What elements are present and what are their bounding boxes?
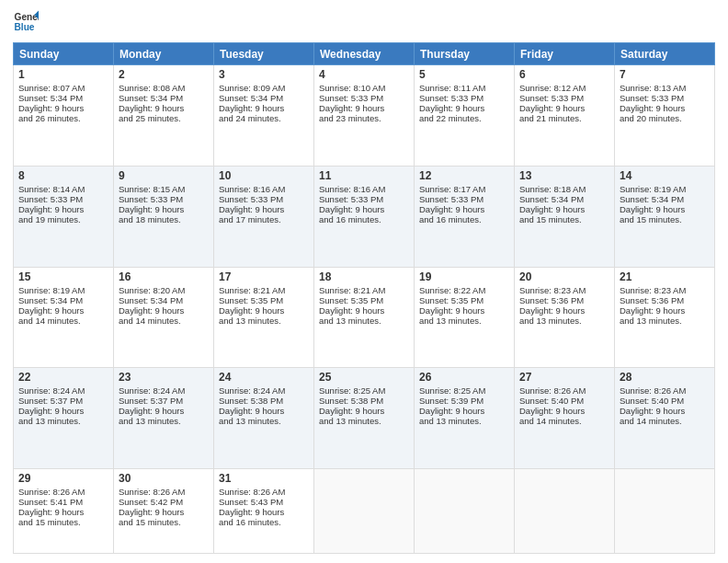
- day-info: Sunrise: 8:09 AM: [219, 83, 309, 93]
- day-info: Sunset: 5:34 PM: [119, 93, 209, 103]
- day-info: Sunset: 5:34 PM: [18, 295, 108, 305]
- day-info: Daylight: 9 hours: [620, 305, 710, 316]
- day-info: Daylight: 9 hours: [519, 204, 609, 214]
- day-info: Sunrise: 8:16 AM: [319, 184, 409, 194]
- day-info: Daylight: 9 hours: [419, 305, 509, 316]
- calendar-cell: 13Sunrise: 8:18 AMSunset: 5:34 PMDayligh…: [515, 166, 615, 267]
- day-info: Sunrise: 8:11 AM: [419, 83, 509, 93]
- day-number: 14: [620, 169, 710, 182]
- day-info: and 13 minutes.: [319, 316, 409, 326]
- day-info: and 13 minutes.: [419, 316, 509, 326]
- day-info: and 24 minutes.: [219, 113, 309, 123]
- day-info: Sunset: 5:33 PM: [519, 93, 609, 103]
- day-info: Sunrise: 8:26 AM: [519, 385, 609, 396]
- day-info: Sunrise: 8:25 AM: [319, 385, 409, 396]
- day-info: Sunset: 5:35 PM: [319, 295, 409, 305]
- day-info: Sunrise: 8:21 AM: [319, 285, 409, 295]
- day-info: Daylight: 9 hours: [219, 103, 309, 113]
- day-info: and 13 minutes.: [319, 416, 409, 426]
- weekday-header: Saturday: [615, 43, 715, 65]
- day-number: 12: [419, 169, 509, 182]
- day-info: Daylight: 9 hours: [319, 204, 409, 214]
- day-number: 20: [519, 270, 609, 283]
- calendar-cell: 28Sunrise: 8:26 AMSunset: 5:40 PMDayligh…: [615, 368, 715, 469]
- calendar-cell: 31Sunrise: 8:26 AMSunset: 5:43 PMDayligh…: [214, 469, 314, 554]
- day-info: Daylight: 9 hours: [620, 103, 710, 113]
- calendar-cell: 10Sunrise: 8:16 AMSunset: 5:33 PMDayligh…: [214, 166, 314, 267]
- calendar-cell: 18Sunrise: 8:21 AMSunset: 5:35 PMDayligh…: [314, 267, 415, 368]
- day-info: and 14 minutes.: [620, 416, 710, 426]
- day-info: and 23 minutes.: [319, 113, 409, 123]
- day-info: Daylight: 9 hours: [419, 406, 509, 416]
- day-number: 6: [519, 68, 609, 81]
- day-info: Sunset: 5:33 PM: [620, 93, 710, 103]
- day-info: Sunrise: 8:19 AM: [18, 285, 108, 295]
- calendar-table: SundayMondayTuesdayWednesdayThursdayFrid…: [13, 42, 715, 554]
- day-info: Sunset: 5:36 PM: [519, 295, 609, 305]
- day-info: Daylight: 9 hours: [319, 103, 409, 113]
- day-info: Daylight: 9 hours: [18, 204, 108, 214]
- day-info: Daylight: 9 hours: [620, 204, 710, 214]
- day-info: Sunset: 5:33 PM: [219, 194, 309, 204]
- day-info: Sunrise: 8:24 AM: [219, 385, 309, 396]
- calendar-cell: 4Sunrise: 8:10 AMSunset: 5:33 PMDaylight…: [314, 65, 415, 167]
- day-info: and 15 minutes.: [519, 214, 609, 224]
- day-info: and 16 minutes.: [219, 517, 309, 527]
- day-info: Daylight: 9 hours: [18, 103, 108, 113]
- day-info: Daylight: 9 hours: [119, 103, 209, 113]
- day-number: 24: [219, 371, 309, 384]
- weekday-header: Wednesday: [314, 43, 415, 65]
- day-info: Sunset: 5:43 PM: [219, 497, 309, 507]
- day-info: and 20 minutes.: [620, 113, 710, 123]
- day-number: 31: [219, 472, 309, 485]
- calendar-cell: [615, 469, 715, 554]
- day-info: Sunset: 5:36 PM: [620, 295, 710, 305]
- day-info: Daylight: 9 hours: [319, 406, 409, 416]
- weekday-header: Sunday: [14, 43, 114, 65]
- day-info: Sunset: 5:39 PM: [419, 396, 509, 406]
- day-info: and 14 minutes.: [119, 316, 209, 326]
- day-info: Sunset: 5:35 PM: [219, 295, 309, 305]
- calendar-cell: 15Sunrise: 8:19 AMSunset: 5:34 PMDayligh…: [14, 267, 114, 368]
- day-info: Sunset: 5:35 PM: [419, 295, 509, 305]
- day-info: and 13 minutes.: [119, 416, 209, 426]
- day-number: 4: [319, 68, 409, 81]
- day-info: Sunrise: 8:19 AM: [620, 184, 710, 194]
- day-info: Daylight: 9 hours: [419, 103, 509, 113]
- day-info: Sunrise: 8:07 AM: [18, 83, 108, 93]
- day-info: and 14 minutes.: [519, 416, 609, 426]
- day-number: 13: [519, 169, 609, 182]
- day-number: 29: [18, 472, 108, 485]
- day-info: Sunset: 5:40 PM: [620, 396, 710, 406]
- day-info: Sunrise: 8:26 AM: [620, 385, 710, 396]
- day-info: Sunset: 5:40 PM: [519, 396, 609, 406]
- calendar-cell: 26Sunrise: 8:25 AMSunset: 5:39 PMDayligh…: [415, 368, 515, 469]
- day-info: Daylight: 9 hours: [519, 305, 609, 316]
- day-info: and 21 minutes.: [519, 113, 609, 123]
- day-number: 16: [119, 270, 209, 283]
- day-info: Sunrise: 8:08 AM: [119, 83, 209, 93]
- day-info: and 16 minutes.: [319, 214, 409, 224]
- day-info: Sunrise: 8:20 AM: [119, 285, 209, 295]
- calendar-cell: 5Sunrise: 8:11 AMSunset: 5:33 PMDaylight…: [415, 65, 515, 167]
- calendar-cell: 1Sunrise: 8:07 AMSunset: 5:34 PMDaylight…: [14, 65, 114, 167]
- day-info: Daylight: 9 hours: [620, 406, 710, 416]
- weekday-header: Monday: [114, 43, 214, 65]
- day-number: 26: [419, 371, 509, 384]
- day-info: Sunset: 5:37 PM: [18, 396, 108, 406]
- calendar-cell: 9Sunrise: 8:15 AMSunset: 5:33 PMDaylight…: [114, 166, 214, 267]
- day-info: Daylight: 9 hours: [219, 305, 309, 316]
- calendar-cell: 3Sunrise: 8:09 AMSunset: 5:34 PMDaylight…: [214, 65, 314, 167]
- weekday-header: Tuesday: [214, 43, 314, 65]
- day-info: Sunrise: 8:23 AM: [519, 285, 609, 295]
- day-number: 17: [219, 270, 309, 283]
- day-number: 10: [219, 169, 309, 182]
- day-info: and 13 minutes.: [519, 316, 609, 326]
- day-info: Sunset: 5:34 PM: [519, 194, 609, 204]
- calendar-cell: 7Sunrise: 8:13 AMSunset: 5:33 PMDaylight…: [615, 65, 715, 167]
- day-info: Sunrise: 8:21 AM: [219, 285, 309, 295]
- day-info: Sunset: 5:33 PM: [419, 93, 509, 103]
- day-info: and 13 minutes.: [18, 416, 108, 426]
- day-number: 15: [18, 270, 108, 283]
- day-number: 22: [18, 371, 108, 384]
